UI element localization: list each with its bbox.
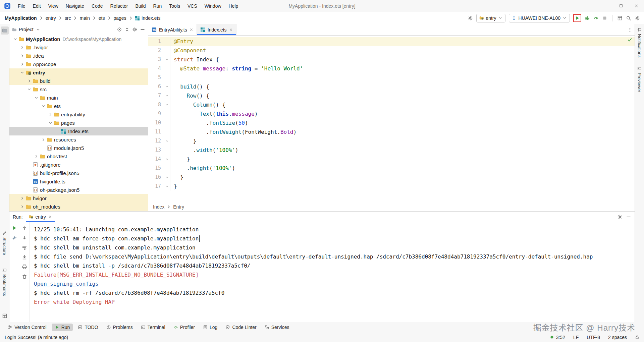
toolwindow-todo[interactable]: TODO — [75, 324, 101, 331]
fold-marker-icon[interactable] — [164, 100, 170, 109]
search-icon[interactable] — [626, 15, 631, 21]
maximize-button[interactable] — [613, 0, 629, 12]
project-panel-title[interactable]: Project — [19, 27, 34, 32]
tree-collapsed-icon[interactable] — [26, 78, 32, 84]
tree-item-hvigorfile-ts[interactable]: TShvigorfile.ts — [9, 177, 148, 186]
encoding-indicator[interactable]: UTF-8 — [587, 335, 600, 340]
tree-item-module-json5[interactable]: {}module.json5 — [9, 144, 148, 152]
menu-tools[interactable]: Tools — [165, 0, 184, 12]
menu-edit[interactable]: Edit — [29, 0, 45, 12]
tree-item-oh-modules[interactable]: oh_modules — [9, 203, 148, 211]
menu-code[interactable]: Code — [88, 0, 106, 12]
profiler-button[interactable] — [593, 15, 599, 21]
hide-run-panel-icon[interactable] — [626, 214, 631, 220]
code-line-9[interactable]: 9 Text(this.message) — [148, 109, 635, 118]
hide-panel-icon[interactable] — [140, 27, 145, 32]
toolwindow-profiler[interactable]: Profiler — [170, 324, 198, 331]
tree-collapsed-icon[interactable] — [19, 53, 25, 59]
next-occurrence-icon[interactable] — [22, 235, 27, 240]
tree-expanded-icon[interactable] — [33, 95, 39, 101]
code-line-8[interactable]: 8 Column() { — [148, 100, 635, 109]
toolbar-gear-icon[interactable] — [468, 15, 473, 21]
menu-file[interactable]: File — [14, 0, 29, 12]
breadcrumb-item-pages[interactable]: pages — [113, 15, 127, 21]
menu-window[interactable]: Window — [201, 0, 225, 12]
fold-marker-icon[interactable] — [164, 173, 170, 182]
breadcrumb-item-entry[interactable]: entry — [45, 15, 57, 21]
settings-icon[interactable] — [635, 15, 640, 21]
indent-indicator[interactable]: 2 spaces — [608, 335, 627, 340]
code-line-2[interactable]: 2@Component — [148, 46, 635, 55]
minimize-button[interactable] — [598, 0, 613, 12]
menu-run[interactable]: Run — [150, 0, 166, 12]
tree-collapsed-icon[interactable] — [19, 204, 25, 210]
clear-console-icon[interactable] — [22, 274, 27, 279]
tree-item-src[interactable]: src — [9, 85, 148, 94]
code-line-13[interactable]: 13 .width('100%') — [148, 146, 635, 155]
fold-marker-icon[interactable] — [164, 82, 170, 91]
tree-collapsed-icon[interactable] — [19, 45, 25, 51]
previewer-stripe-button[interactable]: Previewer — [637, 64, 642, 94]
code-line-6[interactable]: 6 build() { — [148, 82, 635, 91]
tree-item--idea[interactable]: .idea — [9, 52, 148, 60]
memory-indicator[interactable]: 3:52 — [550, 335, 565, 340]
tree-collapsed-icon[interactable] — [40, 137, 46, 143]
breadcrumb-item-ets[interactable]: ets — [98, 15, 106, 21]
line-separator-indicator[interactable]: LF — [573, 335, 579, 340]
run-button[interactable] — [573, 14, 581, 22]
breadcrumb-item-index-ets[interactable]: Index.ets — [141, 15, 161, 21]
code-line-17[interactable]: 17} — [148, 182, 635, 191]
tab-index-ets[interactable]: Index.ets — [197, 24, 236, 35]
close-icon[interactable] — [190, 28, 193, 32]
editor-breadcrumb-entry[interactable]: Entry — [173, 204, 184, 210]
tree-item-build-profile-json5[interactable]: {}build-profile.json5 — [9, 169, 148, 177]
fold-marker-icon[interactable] — [164, 55, 170, 64]
chevron-down-icon[interactable] — [36, 27, 40, 32]
editor-breadcrumb-index[interactable]: Index — [153, 204, 164, 210]
menu-refactor[interactable]: Refactor — [107, 0, 132, 12]
lock-icon[interactable] — [635, 335, 639, 339]
tree-collapsed-icon[interactable] — [19, 61, 25, 67]
debug-button[interactable] — [585, 15, 590, 21]
close-button[interactable] — [629, 0, 644, 12]
tree-item-entry[interactable]: entry — [9, 68, 148, 77]
locate-file-icon[interactable] — [117, 27, 122, 32]
toolwindow-run[interactable]: Run — [52, 324, 73, 331]
code-line-15[interactable]: 15 .height('100%') — [148, 164, 635, 173]
tree-item-build[interactable]: build — [9, 77, 148, 85]
tree-collapsed-icon[interactable] — [33, 154, 39, 160]
tree-item--hvigor[interactable]: .hvigor — [9, 43, 148, 52]
fold-marker-icon[interactable] — [164, 91, 170, 100]
scroll-to-end-icon[interactable] — [22, 254, 27, 260]
tree-item-hvigor[interactable]: hvigor — [9, 194, 148, 203]
panel-settings-icon[interactable] — [132, 27, 138, 32]
code-line-12[interactable]: 12 } — [148, 136, 635, 146]
run-settings-icon[interactable] — [617, 214, 623, 220]
print-icon[interactable] — [22, 264, 27, 270]
tree-item-index-ets[interactable]: Index.ets — [9, 127, 148, 135]
fold-marker-icon[interactable] — [164, 155, 170, 164]
prev-occurrence-icon[interactable] — [22, 225, 27, 231]
code-line-10[interactable]: 10 .fontSize(50) — [148, 118, 635, 127]
fold-marker-icon[interactable] — [164, 136, 170, 146]
console-link[interactable]: Open signing configs — [34, 279, 635, 288]
code-line-4[interactable]: 4 @State message: string = 'Hello World' — [148, 64, 635, 73]
rerun-button[interactable] — [12, 225, 17, 231]
tree-item-oh-package-json5[interactable]: {}oh-package.json5 — [9, 186, 148, 194]
code-line-7[interactable]: 7 Row() { — [148, 91, 635, 100]
editor[interactable]: 1@Entry2@Component3struct Index {4 @Stat… — [148, 36, 635, 202]
toolwindow-version-control[interactable]: Version Control — [5, 324, 50, 331]
breadcrumb-item-myapplication[interactable]: MyApplication — [4, 15, 38, 21]
bottom-stripe-icon[interactable] — [1, 312, 9, 320]
tree-item-myapplication[interactable]: MyApplicationD:\workspace\MyApplication — [9, 35, 148, 43]
fold-marker-icon[interactable] — [164, 182, 170, 191]
tree-expanded-icon[interactable] — [47, 120, 53, 126]
code-line-5[interactable]: 5 — [148, 73, 635, 82]
build-settings-icon[interactable] — [12, 235, 17, 240]
project-stripe-button[interactable] — [1, 26, 9, 35]
tree-expanded-icon[interactable] — [40, 103, 46, 109]
stop-button[interactable] — [602, 15, 607, 21]
soft-wrap-icon[interactable] — [22, 245, 27, 250]
toolwindow-code-linter[interactable]: Code Linter — [222, 324, 259, 331]
close-icon[interactable] — [229, 28, 233, 32]
